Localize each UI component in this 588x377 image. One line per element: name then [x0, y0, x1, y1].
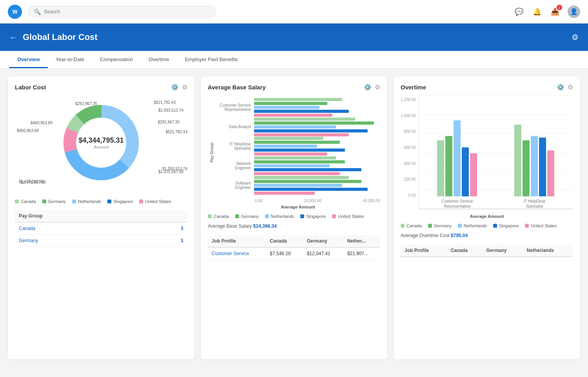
hbar-ne-germany: [254, 160, 345, 163]
segment-label-sg2: $1,475,567.90: [19, 179, 44, 184]
tab-overtime[interactable]: Overtime: [141, 51, 177, 68]
td-customer-service[interactable]: Customer Service: [208, 247, 266, 260]
hbar-germany: [254, 102, 327, 105]
vbar-csr-sg: [462, 147, 469, 196]
avg-salary-header: Average Base Salary ⚙️ ⚙: [208, 83, 380, 91]
legend-label-germany: Germany: [48, 199, 66, 204]
vbar-it-sg: [539, 138, 546, 196]
hbar-it-netherlands: [254, 145, 317, 148]
donut-amount: $4,344,795.31: [78, 136, 123, 145]
legend-us-2: United States: [332, 214, 364, 219]
vbar-it-canada: [514, 125, 521, 196]
hbar-us: [254, 114, 332, 117]
th-nether: Nether...: [343, 235, 380, 247]
legend-singapore-2: Singapore: [300, 214, 326, 219]
hbar-row-csr: Customer ServiceRepresentative: [216, 98, 380, 117]
filter-icon[interactable]: ⚙️: [171, 83, 179, 91]
table-cell-germany-value: $: [145, 235, 187, 247]
x-label-0: 0.00: [255, 199, 262, 203]
hbar-bars-se: [254, 176, 380, 195]
legend-dot-germany-3: [428, 224, 432, 228]
table-cell-canada[interactable]: Canada: [15, 222, 145, 235]
table-header-paygroup: Pay Group: [15, 210, 145, 222]
donut-label: Amount: [78, 145, 123, 149]
hbar-it-us: [254, 152, 327, 156]
nav-icons: 💬 🔔 📥 2 👤: [514, 5, 580, 18]
tab-overview[interactable]: Overview: [9, 51, 48, 68]
settings-card-icon[interactable]: ⚙: [182, 83, 187, 91]
settings-icon-2[interactable]: ⚙: [375, 83, 380, 91]
overtime-legend: Canada Germany Netherlands Singapore Uni…: [401, 223, 573, 228]
settings-icon-3[interactable]: ⚙: [568, 83, 573, 91]
card-action-icons: ⚙️ ⚙: [171, 83, 187, 91]
header-bar: ← Global Labor Cost ⚙: [0, 24, 588, 51]
search-bar[interactable]: 🔍: [28, 6, 216, 18]
y-axis-labels: 1,200.00 1,000.00 800.00 600.00 400.00 2…: [401, 96, 418, 209]
hbar-ne-singapore: [254, 168, 361, 171]
hbar-canada: [254, 98, 342, 101]
legend-germany: Germany: [42, 199, 66, 204]
hbar-row-se: SoftwareEngineer: [216, 176, 380, 195]
legend-us-3: United States: [525, 223, 557, 228]
filter-icon-3[interactable]: ⚙️: [557, 83, 564, 91]
x-label-20k: 20,000.00: [304, 199, 321, 203]
vbar-it-germany: [523, 140, 530, 196]
legend-label-singapore-2: Singapore: [306, 214, 326, 219]
avg-salary-stat: Average Base Salary $24,366.34: [208, 223, 380, 229]
overtime-stat-label: Average Overtime Cost: [401, 233, 450, 238]
vbar-group-csr: Customer ServiceRepresentative: [426, 110, 488, 209]
filter-icon-2[interactable]: ⚙️: [364, 83, 372, 91]
settings-icon[interactable]: ⚙: [572, 33, 579, 42]
hbar-da-canada: [254, 118, 355, 121]
y-label-600: 600.00: [404, 145, 416, 150]
x-axis-labels: 0.00 20,000.00 40,000.00: [216, 199, 380, 203]
labor-cost-title: Labor Cost: [15, 84, 46, 91]
hbar-se-germany: [254, 180, 361, 183]
hbar-label-csr: Customer ServiceRepresentative: [216, 103, 251, 112]
avg-salary-stat-label: Average Base Salary: [208, 223, 252, 229]
avg-salary-legend: Canada Germany Netherlands Singapore Uni…: [208, 214, 380, 219]
inbox-icon[interactable]: 📥 2: [550, 6, 561, 17]
top-nav: W 🔍 💬 🔔 📥 2 👤: [0, 0, 588, 24]
legend-label-us: United States: [145, 199, 171, 204]
legend-dot-singapore-3: [493, 224, 497, 228]
tab-employer-paid-benefits[interactable]: Employer Paid Benefits: [177, 51, 246, 68]
avatar[interactable]: 👤: [568, 5, 580, 18]
legend-dot-singapore: [107, 199, 111, 203]
legend-canada-3: Canada: [401, 223, 422, 228]
back-button[interactable]: ←: [9, 33, 17, 42]
legend-germany-2: Germany: [235, 214, 259, 219]
legend-label-germany-2: Germany: [241, 214, 259, 219]
tab-compensation[interactable]: Compensation: [92, 51, 141, 68]
hbar-se-us: [254, 192, 315, 195]
legend-label-netherlands-3: Netherlands: [464, 223, 487, 228]
y-label-200: 200.00: [404, 177, 416, 181]
notifications-icon[interactable]: 🔔: [532, 6, 543, 17]
table-row: Customer Service $7,546.20 $12,047.41 $2…: [208, 247, 380, 260]
labor-cost-legend: Canada Germany Netherlands Singapore Uni…: [15, 199, 187, 204]
chat-icon[interactable]: 💬: [514, 6, 524, 17]
y-label-800: 800.00: [404, 129, 416, 134]
hbar-se-netherlands: [254, 184, 342, 187]
hbar-se-canada: [254, 176, 349, 179]
tab-year-to-date[interactable]: Year-to-Date: [48, 51, 92, 68]
th-nether-ot: Netherlands: [523, 245, 573, 257]
overtime-title: Overtime: [401, 84, 426, 91]
search-icon: 🔍: [34, 9, 41, 15]
vbar-bars-it: [514, 110, 554, 196]
hbar-bars-it: [254, 137, 380, 156]
table-cell-germany[interactable]: Germany: [15, 235, 145, 247]
legend-label-singapore-3: Singapore: [499, 223, 519, 228]
y-label-0: 0.00: [408, 193, 416, 198]
td-nether-val: $21,907...: [343, 247, 380, 260]
legend-label-canada-3: Canada: [407, 223, 422, 228]
td-germany-val: $12,047.41: [303, 247, 343, 260]
legend-canada-2: Canada: [208, 214, 229, 219]
search-input[interactable]: [44, 9, 211, 14]
inbox-badge: 2: [557, 5, 562, 10]
hbar-bars-da: [254, 118, 380, 136]
hbar-ne-netherlands: [254, 164, 330, 167]
overtime-icons: ⚙️ ⚙: [557, 83, 573, 91]
hbar-row-da: Data Analyst: [216, 118, 380, 136]
hbar-label-se: SoftwareEngineer: [216, 181, 251, 190]
